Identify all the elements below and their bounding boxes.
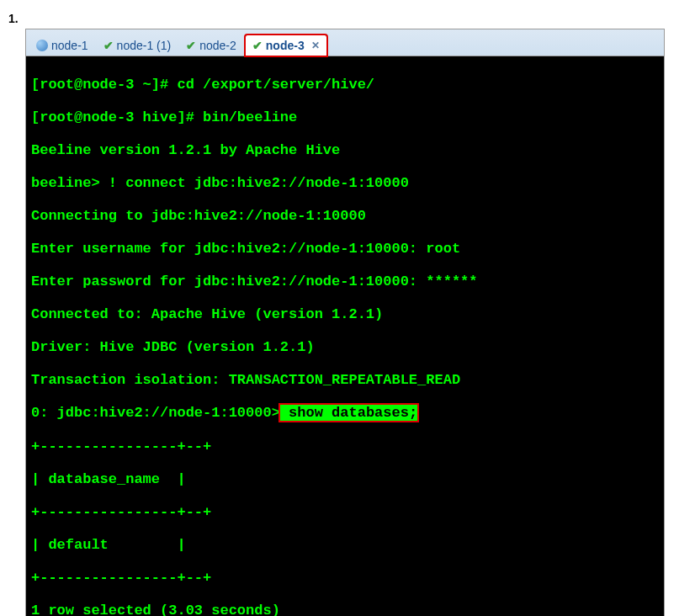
tab-node-3[interactable]: ✔ node-3 ✕ [245,35,327,56]
prompt: 0: jdbc:hive2://node-1:10000> [31,405,280,421]
terminal-line: 0: jdbc:hive2://node-1:10000> show datab… [31,405,659,422]
terminal-line: Transaction isolation: TRANSACTION_REPEA… [31,372,659,389]
terminal-line: | default | [31,537,659,554]
terminal-line: Enter password for jdbc:hive2://node-1:1… [31,273,659,290]
terminal-line: Connecting to jdbc:hive2://node-1:10000 [31,208,659,225]
terminal-line: Connected to: Apache Hive (version 1.2.1… [31,306,659,323]
terminal-line: Enter username for jdbc:hive2://node-1:1… [31,241,659,258]
terminal-line: [root@node-3 hive]# bin/beeline [31,109,659,126]
terminal-line: [root@node-3 ~]# cd /export/server/hive/ [31,77,659,93]
terminal-line: +----------------+--+ [31,504,659,521]
terminal-line: beeline> ! connect jdbc:hive2://node-1:1… [31,175,659,192]
circle-icon [36,40,48,51]
check-icon: ✔ [103,39,114,52]
terminal-line: +----------------+--+ [31,570,659,587]
highlighted-command: show databases; [280,405,417,421]
terminal-line: Driver: Hive JDBC (version 1.2.1) [31,339,659,356]
tab-label: node-2 [199,39,236,52]
close-icon[interactable]: ✕ [311,40,320,51]
tab-label: node-1 (1) [117,39,172,52]
tab-label: node-3 [266,39,305,52]
terminal-window-1: node-1 ✔ node-1 (1) ✔ node-2 ✔ node-3 ✕ … [25,29,665,616]
step-1-label: 1. [8,12,687,25]
terminal-line: | database_name | [31,471,659,488]
terminal-line: +----------------+--+ [31,438,659,455]
tab-node-1-1[interactable]: ✔ node-1 (1) [97,35,178,56]
tab-bar-1: node-1 ✔ node-1 (1) ✔ node-2 ✔ node-3 ✕ [26,29,664,56]
terminal-line: 1 row selected (3.03 seconds) [31,603,659,616]
tab-node-1[interactable]: node-1 [29,35,95,56]
tab-node-2[interactable]: ✔ node-2 [179,35,243,56]
tab-label: node-1 [51,39,88,52]
check-icon: ✔ [186,39,196,52]
terminal-1[interactable]: [root@node-3 ~]# cd /export/server/hive/… [26,56,664,616]
check-icon: ✔ [252,39,263,52]
terminal-line: Beeline version 1.2.1 by Apache Hive [31,142,659,159]
